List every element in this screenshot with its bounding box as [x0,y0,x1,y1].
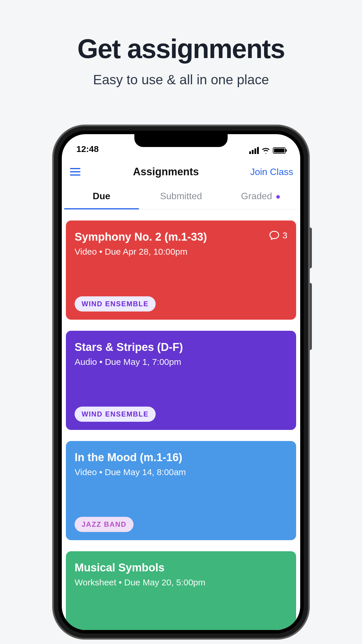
assignment-card[interactable]: Symphony No. 2 (m.1-33) Video • Due Apr … [66,220,296,320]
assignment-title: Symphony No. 2 (m.1-33) [75,230,207,244]
tab-label: Graded [241,191,272,201]
promo-header: Get assignments Easy to use & all in one… [0,0,362,88]
notification-dot-icon [276,195,280,199]
comment-count: 3 [282,230,287,240]
tabs: Due Submitted Graded [62,184,300,209]
assignment-card[interactable]: Stars & Stripes (D-F) Audio • Due May 1,… [66,331,296,430]
assignment-list[interactable]: Symphony No. 2 (m.1-33) Video • Due Apr … [62,209,300,630]
class-chip: WIND ENSEMBLE [75,407,156,422]
phone-screen: 12:48 [62,134,300,630]
tab-due[interactable]: Due [62,184,141,209]
phone-notch [134,134,228,147]
status-time: 12:48 [76,144,99,154]
tab-graded[interactable]: Graded [221,184,300,209]
assignment-title: Musical Symbols [75,561,287,575]
promo-title: Get assignments [0,34,362,64]
assignment-subtitle: Video • Due May 14, 8:00am [75,467,287,477]
tab-label: Due [93,191,110,201]
comment-icon [269,230,280,240]
battery-icon [273,147,286,154]
comments-button[interactable]: 3 [269,230,287,240]
join-class-button[interactable]: Join Class [250,167,293,177]
assignment-subtitle: Video • Due Apr 28, 10:00pm [75,247,207,257]
tab-submitted[interactable]: Submitted [141,184,221,209]
nav-bar: Assignments Join Class [62,155,300,184]
phone-frame: 12:48 [53,125,309,639]
assignment-title: In the Mood (m.1-16) [75,451,287,464]
assignment-card[interactable]: Musical Symbols Worksheet • Due May 20, … [66,551,296,630]
class-chip: WIND ENSEMBLE [75,296,156,312]
assignment-subtitle: Worksheet • Due May 20, 5:00pm [75,578,287,587]
assignment-title: Stars & Stripes (D-F) [75,341,287,354]
page-title: Assignments [133,166,199,178]
wifi-icon [262,147,270,154]
assignment-subtitle: Audio • Due May 1, 7:00pm [75,357,287,367]
promo-subtitle: Easy to use & all in one place [0,72,362,88]
tab-label: Submitted [160,191,202,201]
class-chip: JAZZ BAND [75,517,133,532]
cellular-icon [249,147,259,154]
menu-icon[interactable] [69,167,82,177]
assignment-card[interactable]: In the Mood (m.1-16) Video • Due May 14,… [66,441,296,540]
